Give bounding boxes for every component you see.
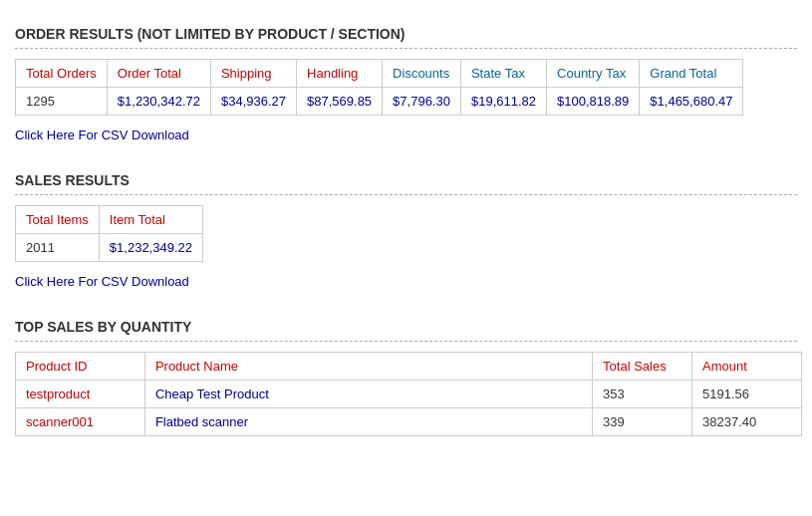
order-results-section: ORDER RESULTS (NOT LIMITED BY PRODUCT / … <box>15 26 797 156</box>
cell-product-name: Cheap Test Product <box>144 381 592 408</box>
sales-results-data-row: 2011 $1,232,349.22 <box>16 234 203 262</box>
col-item-total: Item Total <box>99 206 202 234</box>
order-results-header-row: Total Orders Order Total Shipping Handli… <box>16 60 743 88</box>
cell-amount: 5191.56 <box>692 381 802 408</box>
cell-handling: $87,569.85 <box>297 88 383 116</box>
col-discounts: Discounts <box>383 60 461 88</box>
cell-grand-total: $1,465,680.47 <box>640 88 743 116</box>
top-sales-divider <box>15 341 797 342</box>
order-results-table: Total Orders Order Total Shipping Handli… <box>15 59 743 116</box>
cell-amount: 38237.40 <box>692 408 802 436</box>
cell-total-orders: 1295 <box>16 88 108 116</box>
col-product-id: Product ID <box>16 353 145 381</box>
col-order-total: Order Total <box>107 60 210 88</box>
cell-discounts: $7,796.30 <box>383 88 461 116</box>
col-product-name: Product Name <box>144 353 592 381</box>
order-csv-link[interactable]: Click Here For CSV Download <box>15 128 189 142</box>
sales-results-section: SALES RESULTS Total Items Item Total 201… <box>15 172 797 303</box>
sales-csv-link[interactable]: Click Here For CSV Download <box>15 274 189 289</box>
top-sales-section: TOP SALES BY QUANTITY Product ID Product… <box>15 319 797 436</box>
cell-product-name: Flatbed scanner <box>144 408 592 436</box>
col-handling: Handling <box>297 60 383 88</box>
order-results-title: ORDER RESULTS (NOT LIMITED BY PRODUCT / … <box>15 26 797 42</box>
sales-results-header-row: Total Items Item Total <box>16 206 203 234</box>
cell-total-sales: 339 <box>593 408 692 436</box>
cell-product-id: scanner001 <box>16 408 145 436</box>
top-sales-table: Product ID Product Name Total Sales Amou… <box>15 352 802 436</box>
sales-results-divider <box>15 194 797 195</box>
sales-results-table: Total Items Item Total 2011 $1,232,349.2… <box>15 205 203 262</box>
col-total-items: Total Items <box>16 206 100 234</box>
col-shipping: Shipping <box>210 60 296 88</box>
col-state-tax: State Tax <box>460 60 546 88</box>
cell-total-sales: 353 <box>593 381 692 408</box>
cell-order-total: $1,230,342.72 <box>107 88 210 116</box>
sales-results-title: SALES RESULTS <box>15 172 797 188</box>
top-sales-row: scanner001 Flatbed scanner 339 38237.40 <box>16 408 802 436</box>
col-amount: Amount <box>692 353 802 381</box>
order-results-data-row: 1295 $1,230,342.72 $34,936.27 $87,569.85… <box>16 88 743 116</box>
cell-country-tax: $100,818.89 <box>547 88 640 116</box>
top-sales-row: testproduct Cheap Test Product 353 5191.… <box>16 381 802 408</box>
cell-product-id: testproduct <box>16 381 145 408</box>
cell-state-tax: $19,611.82 <box>460 88 546 116</box>
cell-item-total: $1,232,349.22 <box>99 234 202 262</box>
cell-shipping: $34,936.27 <box>210 88 296 116</box>
top-sales-header-row: Product ID Product Name Total Sales Amou… <box>16 353 802 381</box>
col-total-orders: Total Orders <box>16 60 108 88</box>
col-country-tax: Country Tax <box>547 60 640 88</box>
col-total-sales: Total Sales <box>593 353 692 381</box>
order-results-divider <box>15 48 797 49</box>
col-grand-total: Grand Total <box>640 60 743 88</box>
top-sales-title: TOP SALES BY QUANTITY <box>15 319 797 335</box>
cell-total-items: 2011 <box>16 234 100 262</box>
